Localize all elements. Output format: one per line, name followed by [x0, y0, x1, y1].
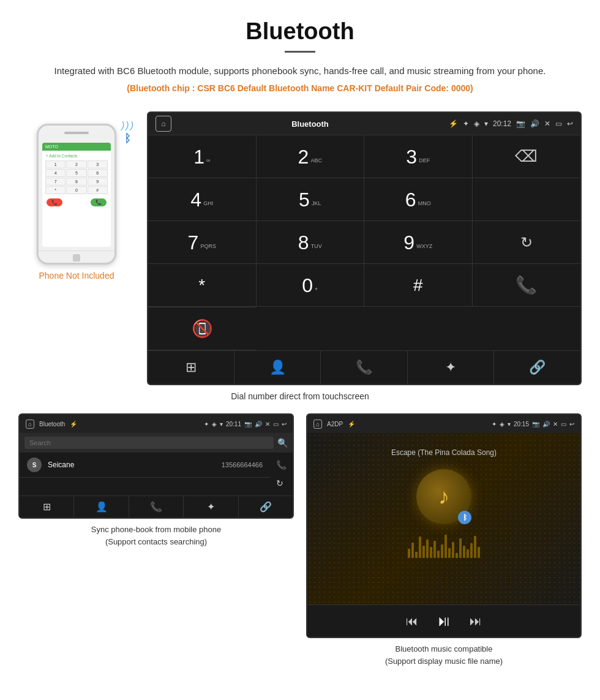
- phone-key-5[interactable]: 5: [66, 169, 86, 177]
- pb-phone-btn[interactable]: 📞: [129, 496, 184, 517]
- phonebook-item: ⌂ Bluetooth ⚡ ✦ ◈ ▾ 20:11 📷 🔊 ✕ ▭ ↩: [18, 413, 294, 670]
- phone-key-9[interactable]: 9: [88, 178, 108, 186]
- pb-bt-btn[interactable]: ✦: [184, 496, 238, 517]
- music-win-icon[interactable]: ▭: [561, 421, 566, 427]
- phone-icon: 📞: [356, 359, 372, 375]
- car-status-bar: ⌂ Bluetooth ⚡ ✦ ◈ ▾ 20:12 📷 🔊 ✕ ▭ ↩: [148, 113, 580, 135]
- back-icon[interactable]: ↩: [567, 119, 573, 128]
- dial-keypad: 1∞ 2ABC 3DEF ⌫ 4GHI 5JKL 6MNO: [148, 135, 580, 307]
- link-icon-btn[interactable]: 🔗: [494, 351, 580, 384]
- backspace-icon[interactable]: ⌫: [515, 147, 538, 166]
- pb-close-icon[interactable]: ✕: [265, 421, 270, 427]
- pb-phone-icon: 📞: [150, 501, 162, 513]
- call-red-icon: 📵: [192, 318, 213, 339]
- link-icon: 🔗: [529, 359, 546, 375]
- prev-icon[interactable]: ⏮: [406, 614, 418, 628]
- phone-end-call[interactable]: 📞: [47, 198, 62, 206]
- music-back-icon[interactable]: ↩: [569, 421, 574, 427]
- phone-call[interactable]: 📞: [91, 198, 107, 206]
- phone-key-1[interactable]: 1: [45, 160, 66, 168]
- bluetooth-icon-btn[interactable]: ✦: [408, 351, 494, 384]
- dialpad-icon-btn[interactable]: ⊞: [148, 351, 234, 384]
- dial-key-7[interactable]: 7PQRS: [148, 221, 257, 264]
- pb-caption-line2: (Support contacts searching): [105, 537, 207, 546]
- status-app-name: Bluetooth: [291, 119, 329, 129]
- home-icon[interactable]: ⌂: [156, 116, 171, 132]
- phone-keypad: 1 2 3 4 5 6 7 8 9 * 0 #: [44, 159, 109, 195]
- pb-side-refresh-icon[interactable]: ↻: [274, 475, 289, 492]
- phone-key-2[interactable]: 2: [66, 160, 86, 168]
- refresh-icon[interactable]: ↻: [520, 234, 533, 251]
- close-icon[interactable]: ✕: [544, 119, 550, 128]
- dial-key-hash[interactable]: #: [364, 264, 473, 307]
- pb-bt-icon2: ✦: [207, 501, 215, 513]
- window-icon[interactable]: ▭: [555, 119, 562, 128]
- bt-logo-icon: ᛒ: [124, 132, 135, 145]
- pb-vol-icon: 🔊: [255, 421, 262, 427]
- pb-side-phone-icon[interactable]: 📞: [274, 456, 289, 473]
- pb-bt-icon: ✦: [204, 421, 209, 427]
- music-caption-line1: Bluetooth music compatible: [396, 644, 493, 653]
- phone-key-0[interactable]: 0: [66, 186, 86, 194]
- dial-key-8[interactable]: 8TUV: [257, 221, 365, 264]
- phone-screen-header: MOTO: [42, 143, 111, 151]
- pb-user-icon: 👤: [96, 501, 108, 513]
- music-time: 20:15: [514, 421, 529, 427]
- pb-contacts-btn[interactable]: 👤: [74, 496, 129, 517]
- music-home-icon[interactable]: ⌂: [313, 420, 322, 429]
- music-caption: Bluetooth music compatible (Support disp…: [306, 638, 582, 670]
- phone-key-7[interactable]: 7: [45, 178, 66, 186]
- pb-back-icon[interactable]: ↩: [282, 421, 287, 427]
- next-icon[interactable]: ⏭: [470, 614, 482, 628]
- dial-empty-2: [473, 178, 581, 221]
- music-loc-icon: ◈: [500, 421, 504, 427]
- dial-key-star[interactable]: *: [148, 264, 257, 307]
- phone-icon-btn[interactable]: 📞: [321, 351, 407, 384]
- music-status-left: ⌂ A2DP ⚡: [313, 420, 355, 429]
- contacts-icon-btn[interactable]: 👤: [234, 351, 321, 384]
- dial-key-3[interactable]: 3DEF: [364, 135, 473, 178]
- grid-icon: ⊞: [186, 359, 197, 375]
- dial-key-1[interactable]: 1∞: [148, 135, 257, 178]
- play-pause-icon[interactable]: ⏯: [437, 612, 451, 630]
- pb-contact-row[interactable]: S Seicane 13566664466: [20, 453, 270, 478]
- dial-key-6[interactable]: 6MNO: [364, 178, 473, 221]
- pb-search-row: 🔍: [20, 433, 293, 453]
- pb-status-bar: ⌂ Bluetooth ⚡ ✦ ◈ ▾ 20:11 📷 🔊 ✕ ▭ ↩: [20, 415, 293, 433]
- call-green-icon: 📞: [516, 275, 537, 295]
- pb-side-icons: 📞 ↻: [270, 453, 293, 495]
- music-item: ⌂ A2DP ⚡ ✦ ◈ ▾ 20:15 📷 🔊 ✕ ▭ ↩: [306, 413, 582, 670]
- pb-search-icon[interactable]: 🔍: [277, 438, 288, 448]
- dial-caption: Dial number direct from touchscreen: [0, 385, 600, 413]
- header-description: Integrated with BC6 Bluetooth module, su…: [24, 64, 576, 78]
- pb-search-input[interactable]: [24, 437, 274, 449]
- pb-contact-name: Seicane: [48, 461, 216, 469]
- dial-key-9[interactable]: 9WXYZ: [364, 221, 473, 264]
- dial-key-2[interactable]: 2ABC: [257, 135, 365, 178]
- phone-key-3[interactable]: 3: [88, 160, 108, 168]
- dial-key-4[interactable]: 4GHI: [148, 178, 257, 221]
- dial-key-5[interactable]: 5JKL: [257, 178, 365, 221]
- dial-key-0[interactable]: 0+: [257, 264, 365, 307]
- phone-key-8[interactable]: 8: [66, 178, 86, 186]
- pb-grid-icon: ⊞: [43, 501, 51, 513]
- music-body: Escape (The Pina Colada Song) ♪ ᛒ: [307, 433, 580, 604]
- pb-time: 20:11: [226, 421, 241, 427]
- header-specs: (Bluetooth chip : CSR BC6 Default Blueto…: [24, 83, 576, 93]
- bt-status-icon: ✦: [463, 119, 469, 128]
- pb-win-icon[interactable]: ▭: [273, 421, 279, 427]
- phone-key-6[interactable]: 6: [88, 169, 108, 177]
- pb-usb-icon: ⚡: [70, 421, 77, 427]
- music-close-icon[interactable]: ✕: [553, 421, 558, 427]
- pb-home-icon[interactable]: ⌂: [26, 420, 34, 429]
- phone-key-star[interactable]: *: [45, 186, 66, 194]
- phone-key-4[interactable]: 4: [45, 169, 66, 177]
- header-divider: [285, 51, 315, 53]
- pb-dialpad-btn[interactable]: ⊞: [20, 496, 74, 517]
- dial-call-red-btn[interactable]: 📵: [148, 307, 257, 350]
- pb-caption: Sync phone-book from mobile phone (Suppo…: [18, 519, 294, 551]
- dial-call-green-btn[interactable]: 📞: [473, 264, 581, 307]
- pb-link-btn[interactable]: 🔗: [239, 496, 293, 517]
- phone-mockup: MOTO + Add to Contacts 1 2 3 4 5 6 7 8: [37, 124, 116, 265]
- phone-key-hash[interactable]: #: [88, 186, 108, 194]
